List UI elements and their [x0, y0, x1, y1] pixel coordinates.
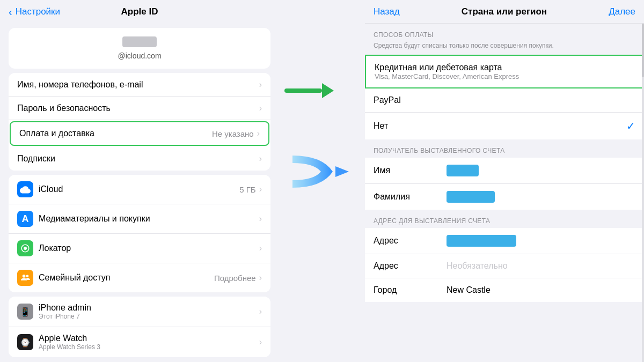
right-back-button[interactable]: Назад	[374, 6, 400, 17]
form-item-address2[interactable]: Адрес Необязательно	[365, 254, 644, 278]
icloud-value: 5 ГБ	[239, 185, 255, 194]
address2-placeholder: Необязательно	[447, 261, 508, 271]
item-label-password: Пароль и безопасность	[17, 104, 111, 113]
watch-label: Apple Watch	[39, 334, 100, 343]
chevron-right-icon: ›	[259, 80, 262, 90]
svg-point-0	[24, 247, 27, 250]
main-menu-group: Имя, номера телефонов, e-mail › Пароль и…	[9, 73, 270, 171]
item-label-payment: Оплата и доставка	[19, 129, 94, 138]
address1-label: Адрес	[374, 236, 438, 246]
right-panel: Назад Страна или регион Далее СПОСОБ ОПЛ…	[365, 0, 644, 362]
blue-arrow	[290, 150, 349, 195]
findmy-label: Локатор	[39, 243, 71, 253]
payment-section-header: СПОСОБ ОПЛАТЫ	[365, 24, 644, 42]
city-value: New Castle	[447, 285, 491, 295]
address-section: АДРЕС ДЛЯ ВЫСТАВЛЕНИЯ СЧЕТА Адрес Адрес …	[365, 210, 644, 302]
icloud-label: iCloud	[39, 184, 63, 194]
blue-arrow-svg	[290, 150, 349, 193]
icloud-icon	[17, 181, 33, 197]
chevron-right-icon: ›	[259, 307, 262, 316]
chevron-right-icon: ›	[259, 273, 262, 283]
settings-item-findmy[interactable]: Локатор ›	[9, 234, 270, 263]
settings-item-media[interactable]: A Медиаматериалы и покупки ›	[9, 204, 270, 234]
firstname-label: Имя	[374, 166, 438, 175]
back-label: Настройки	[16, 6, 60, 17]
right-next-button[interactable]: Далее	[609, 6, 635, 17]
settings-item-subscriptions[interactable]: Подписки ›	[9, 147, 270, 171]
settings-item-icloud[interactable]: iCloud 5 ГБ ›	[9, 175, 270, 204]
account-section: @icloud.com	[9, 28, 270, 69]
chevron-right-icon: ›	[257, 129, 260, 138]
settings-item-family[interactable]: Семейный доступ Подробнее ›	[9, 263, 270, 292]
firstname-value-bar	[447, 165, 479, 176]
payment-list: Кредитная или дебетовая карта Visa, Mast…	[365, 55, 644, 139]
avatar	[122, 36, 157, 47]
payment-value: Не указано	[212, 129, 254, 138]
billing-section: ПОЛУЧАТЕЛЬ ВЫСТАВЛЕННОГО СЧЕТА Имя Фамил…	[365, 139, 644, 210]
left-panel: ‹ Настройки Apple ID @icloud.com Имя, но…	[0, 0, 279, 362]
chevron-right-icon: ›	[259, 243, 262, 253]
payment-option-none[interactable]: Нет ✓	[365, 113, 644, 139]
settings-back-button[interactable]: ‹ Настройки	[9, 6, 60, 18]
none-option-label: Нет	[374, 121, 388, 131]
back-chevron-icon: ‹	[9, 6, 12, 18]
right-nav-bar: Назад Страна или регион Далее	[365, 0, 644, 24]
checkmark-icon: ✓	[626, 120, 635, 132]
right-nav-title: Страна или регион	[462, 6, 547, 17]
settings-item-watch[interactable]: ⌚ Apple Watch Apple Watch Series 3 ›	[9, 327, 270, 357]
lastname-value-bar	[447, 191, 495, 203]
billing-section-header: ПОЛУЧАТЕЛЬ ВЫСТАВЛЕННОГО СЧЕТА	[365, 139, 644, 158]
chevron-right-icon: ›	[259, 337, 262, 347]
green-arrow-line	[284, 88, 322, 93]
watch-icon: ⌚	[17, 334, 33, 350]
family-value: Подробнее	[214, 274, 256, 283]
form-item-city: Город New Castle	[365, 278, 644, 302]
chevron-right-icon: ›	[259, 184, 262, 194]
family-label: Семейный доступ	[39, 273, 110, 283]
form-item-firstname: Имя	[365, 158, 644, 184]
settings-item-name[interactable]: Имя, номера телефонов, e-mail ›	[9, 73, 270, 97]
svg-point-1	[23, 275, 26, 278]
scrollbar-track	[642, 24, 644, 362]
lastname-label: Фамилия	[374, 192, 438, 202]
form-item-address1: Адрес	[365, 228, 644, 254]
chevron-right-icon: ›	[259, 104, 262, 113]
services-group: iCloud 5 ГБ › A Медиаматериалы и покупки…	[9, 175, 270, 292]
item-label-name: Имя, номера телефонов, e-mail	[17, 80, 143, 90]
iphone-icon: 📱	[17, 304, 33, 320]
left-nav-title: Apple ID	[121, 6, 158, 17]
scrollbar-thumb	[642, 24, 644, 77]
payment-option-paypal[interactable]: PayPal	[365, 88, 644, 113]
card-option-label: Кредитная или дебетовая карта	[375, 63, 519, 72]
chevron-right-icon: ›	[259, 154, 262, 164]
payment-option-card[interactable]: Кредитная или дебетовая карта Visa, Mast…	[365, 55, 644, 88]
card-option-subtitle: Visa, MasterCard, Discover, American Exp…	[375, 72, 519, 80]
iphone-label: iPhone admin	[39, 303, 91, 313]
appstore-icon: A	[17, 211, 33, 227]
payment-section-subheader: Средства будут списаны только после сове…	[365, 42, 644, 55]
payment-section: СПОСОБ ОПЛАТЫ Средства будут списаны тол…	[365, 24, 644, 139]
arrow-area	[279, 0, 365, 362]
green-arrow-head	[322, 83, 334, 98]
address-section-header: АДРЕС ДЛЯ ВЫСТАВЛЕНИЯ СЧЕТА	[365, 210, 644, 228]
family-icon	[17, 270, 33, 286]
media-label: Медиаматериалы и покупки	[39, 214, 150, 224]
left-nav-bar: ‹ Настройки Apple ID	[0, 0, 279, 24]
chevron-right-icon: ›	[259, 214, 262, 224]
city-label: Город	[374, 285, 438, 295]
billing-form-list: Имя Фамилия	[365, 158, 644, 210]
watch-subtitle: Apple Watch Series 3	[39, 343, 100, 351]
account-email: @icloud.com	[118, 51, 161, 60]
address-form-list: Адрес Адрес Необязательно Город New Cast…	[365, 228, 644, 302]
settings-item-iphone[interactable]: 📱 iPhone admin Этот iPhone 7 ›	[9, 297, 270, 327]
settings-item-payment[interactable]: Оплата и доставка Не указано ›	[10, 121, 269, 146]
address2-label: Адрес	[374, 261, 438, 271]
address1-value-bar	[447, 235, 516, 247]
form-item-lastname: Фамилия	[365, 184, 644, 210]
findmy-icon	[17, 240, 33, 256]
iphone-subtitle: Этот iPhone 7	[39, 313, 91, 320]
settings-item-password[interactable]: Пароль и безопасность ›	[9, 97, 270, 120]
green-arrow	[284, 83, 334, 98]
right-content: СПОСОБ ОПЛАТЫ Средства будут списаны тол…	[365, 24, 644, 362]
svg-marker-3	[335, 166, 349, 177]
